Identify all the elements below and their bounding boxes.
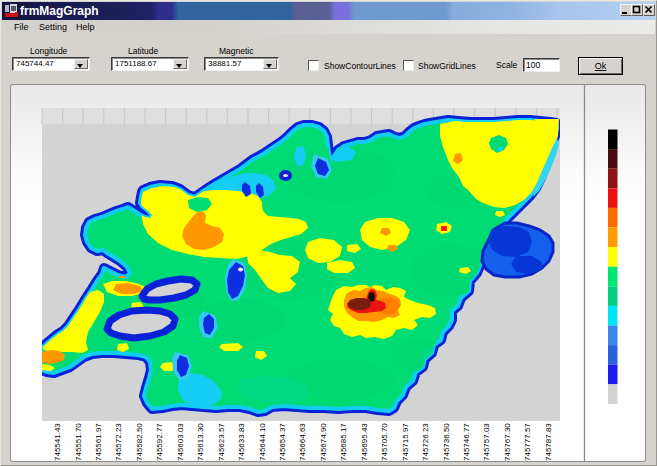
svg-text:745746.77: 745746.77 [462,423,471,461]
svg-text:745757.03: 745757.03 [482,423,491,461]
svg-text:745715.97: 745715.97 [401,423,410,461]
svg-text:745572.23: 745572.23 [114,423,123,461]
svg-text:745787.83: 745787.83 [544,423,553,461]
svg-text:745623.57: 745623.57 [217,423,226,461]
svg-text:745541.43: 745541.43 [53,423,62,461]
svg-text:745633.83: 745633.83 [237,423,246,461]
svg-text:745654.37: 745654.37 [278,423,287,461]
svg-text:745695.43: 745695.43 [360,423,369,461]
svg-text:745726.23: 745726.23 [421,423,430,461]
svg-text:745736.50: 745736.50 [442,423,451,461]
svg-text:745674.90: 745674.90 [319,423,328,461]
svg-text:745777.57: 745777.57 [523,423,532,461]
svg-text:745613.30: 745613.30 [196,423,205,461]
svg-text:745561.97: 745561.97 [94,423,103,461]
svg-text:745664.63: 745664.63 [298,423,307,461]
svg-text:745551.70: 745551.70 [74,423,83,461]
svg-text:745592.77: 745592.77 [155,423,164,461]
svg-text:745705.70: 745705.70 [380,423,389,461]
svg-text:745685.17: 745685.17 [339,423,348,461]
svg-text:745582.50: 745582.50 [135,423,144,461]
svg-text:745603.03: 745603.03 [176,423,185,461]
svg-text:745644.10: 745644.10 [258,423,267,461]
svg-text:745767.30: 745767.30 [503,423,512,461]
